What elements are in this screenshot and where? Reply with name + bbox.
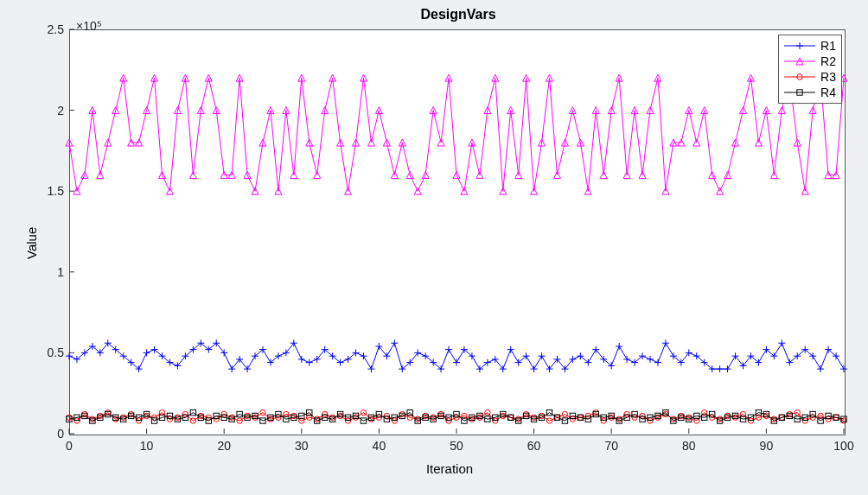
y-tick-label: 2.5 <box>38 22 64 36</box>
y-tick-label: 2 <box>38 104 64 117</box>
x-tick-label: 90 <box>760 439 774 453</box>
chart-title: DesignVars <box>346 7 571 22</box>
legend-item-r4: R4 <box>784 85 836 100</box>
y-tick-label: 1.5 <box>38 184 64 198</box>
y-axis-label: Value <box>24 227 39 259</box>
plot-svg <box>0 0 868 495</box>
legend-label: R2 <box>820 54 836 68</box>
x-tick-label: 0 <box>66 439 73 453</box>
y-tick-label: 1 <box>38 265 64 279</box>
legend[interactable]: R1 R2 R3 R4 <box>778 35 842 104</box>
legend-label: R3 <box>820 70 836 84</box>
x-tick-label: 100 <box>833 439 853 453</box>
x-tick-label: 20 <box>217 439 231 453</box>
figure: DesignVars ×10⁵ Value Iteration R1 R2 R3… <box>0 0 868 495</box>
legend-item-r3: R3 <box>784 69 836 85</box>
legend-item-r1: R1 <box>784 38 836 54</box>
x-tick-label: 30 <box>295 439 309 453</box>
svg-point-320 <box>67 415 72 420</box>
x-tick-label: 70 <box>604 439 618 453</box>
y-tick-label: 0.5 <box>38 346 64 359</box>
x-tick-label: 10 <box>140 439 154 453</box>
legend-label: R1 <box>820 39 836 53</box>
legend-item-r2: R2 <box>784 54 836 69</box>
x-tick-label: 50 <box>450 439 463 453</box>
x-axis-label: Iteration <box>380 461 519 476</box>
x-tick-label: 60 <box>527 439 541 453</box>
legend-label: R4 <box>820 86 836 99</box>
x-tick-label: 80 <box>682 439 696 453</box>
y-tick-label: 0 <box>38 427 64 441</box>
y-exponent-label: ×10⁵ <box>76 19 102 33</box>
x-tick-label: 40 <box>373 439 386 453</box>
